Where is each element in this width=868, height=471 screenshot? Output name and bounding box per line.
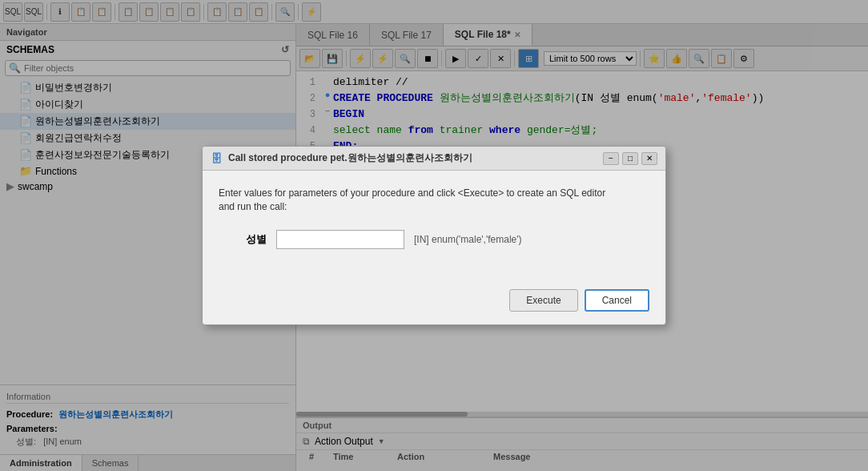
db-icon: 🗄 — [211, 152, 222, 165]
execute-button[interactable]: Execute — [509, 289, 577, 312]
modal-maximize-btn[interactable]: □ — [622, 152, 638, 165]
modal-close-btn[interactable]: ✕ — [641, 152, 657, 165]
modal-controls: − □ ✕ — [603, 152, 657, 165]
param-label: 성별 — [219, 232, 267, 247]
modal-dialog: 🗄 Call stored procedure pet.원하는성별의훈련사조회하… — [202, 146, 666, 325]
modal-title-text: Call stored procedure pet.원하는성별의훈련사조회하기 — [228, 151, 472, 165]
modal-overlay[interactable]: 🗄 Call stored procedure pet.원하는성별의훈련사조회하… — [0, 0, 868, 471]
modal-title: 🗄 Call stored procedure pet.원하는성별의훈련사조회하… — [211, 151, 472, 165]
modal-footer: Execute Cancel — [203, 281, 665, 324]
param-meta: [IN] enum('male','female') — [414, 234, 522, 245]
modal-body: Enter values for parameters of your proc… — [203, 171, 665, 281]
modal-minimize-btn[interactable]: − — [603, 152, 619, 165]
param-input[interactable] — [276, 230, 404, 249]
param-row: 성별 [IN] enum('male','female') — [219, 230, 649, 249]
modal-titlebar: 🗄 Call stored procedure pet.원하는성별의훈련사조회하… — [203, 147, 665, 171]
cancel-button[interactable]: Cancel — [585, 289, 649, 312]
modal-description: Enter values for parameters of your proc… — [219, 187, 649, 214]
